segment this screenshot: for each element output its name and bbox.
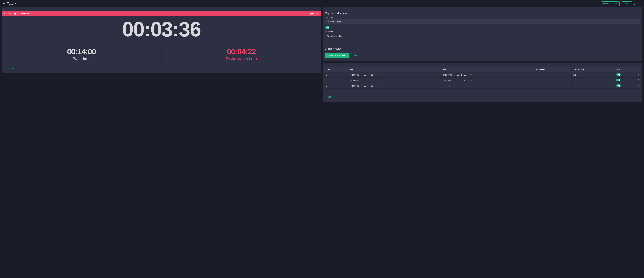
col-comment: Kommentar: [534, 67, 572, 72]
category-label: Category: [325, 16, 640, 18]
cell-stop: [615, 72, 636, 78]
register-disturbance-panel: Register disturbance Category Machine pr…: [323, 7, 642, 61]
add-button[interactable]: ADD: [622, 1, 632, 6]
svg-point-7: [4, 9, 4, 10]
svg-point-35: [638, 81, 638, 81]
kebab-menu-icon[interactable]: [639, 2, 641, 5]
panel-kebab-icon[interactable]: [639, 63, 641, 66]
svg-point-16: [325, 9, 325, 10]
stop-row-toggle[interactable]: [616, 73, 621, 76]
duration-value: 00:01:34: [334, 48, 341, 50]
panel-kebab-icon[interactable]: [318, 8, 320, 10]
caret-down-icon: [612, 74, 613, 76]
svg-point-18: [640, 8, 640, 8]
row-kebab-icon[interactable]: [637, 73, 640, 76]
cell-comment[interactable]: [534, 78, 572, 83]
col-stopcat: Stoppkategori: [572, 67, 615, 72]
cancel-button[interactable]: CANCEL: [352, 55, 360, 57]
stop-row-toggle[interactable]: [616, 79, 621, 81]
cell-group[interactable]: 1: [324, 83, 348, 89]
cell-start[interactable]: 2023-08-02 15 : 32 ✕: [348, 83, 441, 89]
font-size-label: FONT SIZE: M: [603, 3, 615, 4]
cell-stopcat[interactable]: [572, 78, 615, 83]
cell-stopcat[interactable]: Typ 1: [572, 72, 615, 78]
duration-prefix: Duration:: [325, 48, 334, 50]
category-select[interactable]: Machine problem: [325, 19, 640, 24]
svg-point-22: [325, 64, 326, 64]
finish-disturbance-button[interactable]: FINISH DISTURBANCE: [325, 53, 349, 58]
comment-label: Comment: [325, 31, 640, 33]
svg-point-24: [325, 64, 326, 65]
cell-end[interactable]: 2023-08-02 15 : 23 ✕: [441, 72, 534, 78]
svg-point-5: [4, 9, 4, 9]
panel-kebab-icon[interactable]: [639, 8, 641, 10]
cell-comment[interactable]: [534, 72, 572, 78]
clear-icon[interactable]: ✕: [470, 79, 472, 81]
page-title: Takt: [7, 2, 13, 5]
svg-point-8: [4, 9, 4, 10]
cell-comment[interactable]: [534, 83, 572, 89]
title-caret-icon[interactable]: [15, 3, 16, 4]
svg-point-11: [318, 10, 319, 10]
font-size-button[interactable]: FONT SIZE: M: [601, 1, 620, 6]
clear-icon[interactable]: ✕: [377, 79, 379, 81]
drag-handle-icon[interactable]: [3, 8, 5, 10]
svg-point-1: [640, 3, 640, 4]
svg-point-9: [318, 8, 319, 8]
clear-icon[interactable]: ✕: [377, 85, 379, 87]
svg-point-2: [640, 4, 640, 4]
drag-handle-icon[interactable]: [324, 64, 326, 65]
col-group: Grupp: [324, 67, 348, 72]
fullscreen-icon[interactable]: [634, 2, 636, 5]
disturbance-time-label: Disturbance time: [162, 56, 321, 61]
table-row: 12023-08-02 15 : 27 ✕2023-08-02 15 : 29 …: [324, 78, 641, 83]
svg-point-0: [640, 3, 640, 3]
stop-toggle[interactable]: [325, 26, 330, 29]
svg-point-25: [325, 65, 325, 65]
svg-point-21: [325, 64, 325, 64]
alert-timestamp: 2 August 15:33: [306, 12, 319, 15]
cell-end[interactable]: 2023-08-02 15 : 29 ✕: [441, 78, 534, 83]
cell-stop: [615, 83, 636, 89]
add-row-button[interactable]: + ADD: [324, 95, 333, 99]
alert-bar: Pace 5 – Stop in the work line 2 August …: [2, 11, 321, 16]
cell-end[interactable]: :: [441, 83, 534, 89]
row-kebab-icon[interactable]: [637, 85, 640, 87]
cell-start[interactable]: 2023-08-02 15 : 21 ✕: [348, 72, 441, 78]
row-kebab-icon[interactable]: [637, 79, 640, 81]
alert-pace: Pace 5: [4, 12, 10, 15]
back-arrow-icon[interactable]: [3, 2, 6, 5]
alert-separator: –: [10, 12, 12, 15]
form-title: Register disturbance: [325, 12, 640, 15]
table-row: 12023-08-02 15 : 32 ✕ :: [324, 83, 641, 89]
pace-time-label: Pace time: [2, 56, 161, 61]
cell-start[interactable]: 2023-08-02 15 : 27 ✕: [348, 78, 441, 83]
svg-point-34: [638, 80, 638, 80]
caret-down-icon: [612, 80, 613, 81]
cell-group[interactable]: 1: [324, 78, 348, 83]
svg-point-19: [640, 9, 640, 9]
svg-point-20: [640, 10, 640, 10]
svg-point-27: [640, 64, 640, 64]
disturbance-time-block: 00:04:22 Disturbance time: [162, 44, 321, 65]
svg-point-10: [318, 9, 319, 9]
col-start: Start: [348, 67, 441, 72]
col-end: Slut: [441, 67, 534, 72]
drag-handle-icon[interactable]: [324, 8, 326, 10]
svg-point-17: [325, 9, 326, 10]
alert-message: Stop in the work line: [12, 12, 30, 15]
svg-point-15: [325, 9, 326, 9]
comment-textarea[interactable]: [325, 33, 640, 45]
col-stop: Stop: [615, 67, 636, 72]
cell-stop: [615, 78, 636, 83]
cell-group[interactable]: 1: [324, 72, 348, 78]
clear-icon[interactable]: ✕: [470, 74, 472, 76]
pace-panel: Pace 5 – Stop in the work line 2 August …: [2, 7, 321, 73]
end-pace-button[interactable]: END PACE: [4, 67, 17, 71]
caret-down-icon: [628, 3, 630, 4]
svg-point-36: [638, 85, 638, 85]
category-value: Machine problem: [327, 21, 342, 23]
stop-row-toggle[interactable]: [616, 84, 621, 87]
clear-icon[interactable]: ✕: [377, 74, 379, 76]
cell-stopcat[interactable]: [572, 83, 615, 89]
